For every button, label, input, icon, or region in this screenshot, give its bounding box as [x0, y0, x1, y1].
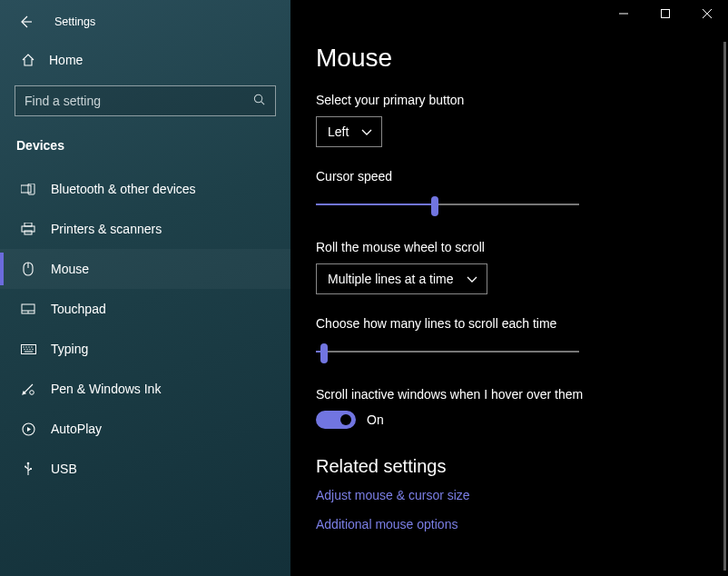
svg-point-14 [25, 346, 26, 347]
sidebar: Settings Home Devices Bluetooth & other … [0, 0, 290, 576]
autoplay-icon [20, 422, 36, 436]
devices-icon [20, 184, 36, 195]
inactive-label: Scroll inactive windows when I hover ove… [316, 387, 728, 402]
app-title: Settings [54, 15, 95, 28]
sidebar-item-label: Mouse [51, 262, 89, 276]
svg-point-16 [31, 346, 32, 347]
slider-thumb[interactable] [431, 196, 438, 216]
sidebar-item-printers[interactable]: Printers & scanners [0, 209, 290, 249]
window-controls [603, 0, 728, 27]
dropdown-value: Left [328, 124, 349, 139]
page-title: Mouse [316, 44, 728, 73]
svg-rect-28 [662, 10, 670, 18]
keyboard-icon [20, 344, 36, 354]
primary-button-dropdown[interactable]: Left [316, 116, 382, 147]
printer-icon [20, 223, 36, 235]
svg-point-21 [30, 391, 34, 395]
wheel-label: Roll the mouse wheel to scroll [316, 240, 728, 254]
related-title: Related settings [316, 456, 728, 477]
toggle-knob [340, 414, 351, 425]
svg-point-19 [29, 348, 30, 349]
sidebar-item-mouse[interactable]: Mouse [0, 249, 290, 289]
home-label: Home [49, 53, 83, 67]
svg-rect-26 [30, 468, 32, 470]
sidebar-nav: Bluetooth & other devices Printers & sca… [0, 169, 290, 489]
sidebar-item-label: Typing [51, 342, 88, 356]
touchpad-icon [20, 303, 36, 314]
back-button[interactable] [13, 9, 38, 35]
maximize-button[interactable] [644, 0, 686, 27]
slider-thumb[interactable] [320, 343, 328, 363]
sidebar-item-autoplay[interactable]: AutoPlay [0, 409, 290, 449]
search-input-wrap[interactable] [15, 85, 276, 116]
wheel-dropdown[interactable]: Multiple lines at a time [316, 263, 487, 294]
svg-point-25 [25, 466, 26, 468]
sidebar-item-label: Touchpad [51, 302, 106, 316]
svg-point-13 [23, 346, 24, 347]
svg-point-17 [24, 348, 25, 349]
svg-point-20 [32, 348, 33, 349]
content: Mouse Select your primary button Left Cu… [290, 0, 728, 576]
svg-point-15 [28, 346, 29, 347]
svg-point-0 [254, 94, 261, 102]
mouse-icon [20, 262, 36, 276]
inactive-toggle[interactable] [316, 411, 356, 429]
search-input[interactable] [25, 94, 252, 108]
toggle-state: On [367, 412, 384, 427]
sidebar-item-usb[interactable]: USB [0, 449, 290, 489]
sidebar-item-touchpad[interactable]: Touchpad [0, 289, 290, 329]
cursor-speed-slider[interactable] [316, 193, 579, 218]
link-additional-options[interactable]: Additional mouse options [316, 517, 728, 531]
usb-icon [20, 462, 36, 476]
search-icon [252, 93, 266, 110]
svg-point-24 [27, 462, 30, 465]
sidebar-item-label: USB [51, 462, 77, 476]
cursor-speed-label: Cursor speed [316, 169, 728, 184]
chevron-down-icon [361, 124, 372, 139]
svg-rect-3 [25, 223, 32, 226]
home-icon [20, 53, 36, 67]
primary-button-label: Select your primary button [316, 93, 728, 107]
sidebar-item-label: Pen & Windows Ink [51, 382, 161, 396]
pen-icon [20, 382, 36, 396]
home-button[interactable]: Home [0, 36, 290, 84]
section-label: Devices [0, 116, 290, 162]
scrollbar[interactable] [723, 42, 726, 571]
sidebar-item-label: AutoPlay [51, 422, 102, 436]
main-panel: Mouse Select your primary button Left Cu… [290, 0, 728, 576]
lines-slider[interactable] [316, 340, 579, 365]
svg-point-18 [26, 348, 27, 349]
sidebar-item-label: Printers & scanners [51, 222, 162, 236]
svg-rect-11 [21, 344, 35, 353]
sidebar-item-pen[interactable]: Pen & Windows Ink [0, 369, 290, 409]
minimize-button[interactable] [603, 0, 644, 27]
sidebar-item-label: Bluetooth & other devices [51, 182, 196, 196]
sidebar-item-typing[interactable]: Typing [0, 329, 290, 369]
chevron-down-icon [467, 272, 477, 286]
link-cursor-size[interactable]: Adjust mouse & cursor size [316, 488, 728, 502]
slider-fill [316, 204, 435, 205]
titlebar: Settings [0, 7, 290, 36]
sidebar-item-bluetooth[interactable]: Bluetooth & other devices [0, 169, 290, 209]
close-button[interactable] [686, 0, 728, 27]
svg-rect-1 [21, 185, 31, 193]
lines-label: Choose how many lines to scroll each tim… [316, 316, 728, 331]
dropdown-value: Multiple lines at a time [328, 272, 454, 286]
slider-track [316, 351, 579, 353]
